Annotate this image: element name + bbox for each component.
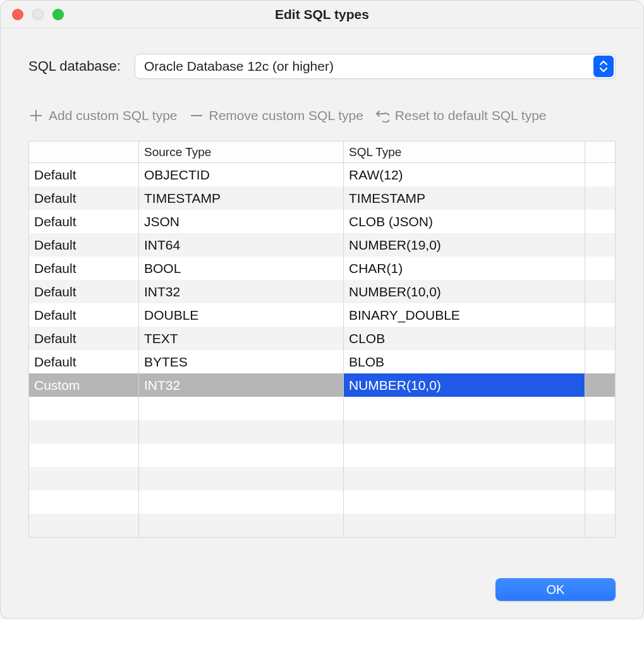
- remove-type-button[interactable]: Remove custom SQL type: [189, 108, 363, 123]
- cell-extra: [585, 257, 615, 280]
- cell-empty: [29, 397, 139, 420]
- cell-sql: RAW(12): [344, 163, 585, 186]
- cell-empty: [344, 467, 585, 490]
- reset-type-label: Reset to default SQL type: [395, 108, 547, 123]
- cell-source: OBJECTID: [139, 163, 344, 186]
- cell-empty: [29, 420, 139, 444]
- cell-source: INT32: [139, 280, 344, 303]
- cell-extra: [585, 303, 615, 327]
- reset-type-button[interactable]: Reset to default SQL type: [375, 108, 547, 123]
- cell-sql: CHAR(1): [344, 257, 585, 280]
- cell-source: BOOL: [139, 257, 344, 280]
- cell-sql: CLOB (JSON): [344, 210, 585, 233]
- table-body: DefaultOBJECTIDRAW(12)DefaultTIMESTAMPTI…: [29, 163, 615, 537]
- col-extra[interactable]: [585, 142, 615, 163]
- cell-extra: [585, 350, 615, 373]
- cell-empty: [139, 420, 344, 444]
- table-row[interactable]: DefaultINT64NUMBER(19,0): [29, 233, 615, 257]
- database-select[interactable]: Oracle Database 12c (or higher): [135, 54, 616, 79]
- cell-empty: [585, 420, 615, 444]
- cell-sql: NUMBER(10,0): [344, 373, 585, 397]
- table-row-empty[interactable]: [29, 420, 615, 444]
- table-header: Source Type SQL Type: [29, 142, 615, 163]
- cell-kind: Custom: [29, 373, 139, 397]
- table-row-empty[interactable]: [29, 444, 615, 467]
- minus-icon: [189, 108, 204, 123]
- table-row-empty[interactable]: [29, 490, 615, 514]
- cell-empty: [344, 514, 585, 537]
- database-row: SQL database: Oracle Database 12c (or hi…: [28, 54, 616, 79]
- cell-source: JSON: [139, 210, 344, 233]
- table-row[interactable]: DefaultJSONCLOB (JSON): [29, 210, 615, 233]
- cell-kind: Default: [29, 186, 139, 210]
- cell-empty: [139, 514, 344, 537]
- cell-kind: Default: [29, 257, 139, 280]
- titlebar: Edit SQL types: [1, 1, 643, 28]
- cell-empty: [585, 467, 615, 490]
- cell-empty: [29, 467, 139, 490]
- dialog-content: SQL database: Oracle Database 12c (or hi…: [1, 28, 643, 619]
- undo-icon: [375, 108, 390, 123]
- cell-source: INT64: [139, 233, 344, 257]
- database-label: SQL database:: [28, 58, 121, 75]
- cell-empty: [29, 444, 139, 467]
- types-table: Source Type SQL Type DefaultOBJECTIDRAW(…: [28, 141, 616, 538]
- table-row[interactable]: CustomINT32NUMBER(10,0): [29, 373, 615, 397]
- table-row[interactable]: DefaultBOOLCHAR(1): [29, 257, 615, 280]
- table-row[interactable]: DefaultTIMESTAMPTIMESTAMP: [29, 186, 615, 210]
- cell-kind: Default: [29, 280, 139, 303]
- table-row[interactable]: DefaultTEXTCLOB: [29, 327, 615, 350]
- remove-type-label: Remove custom SQL type: [209, 108, 363, 123]
- cell-extra: [585, 373, 615, 397]
- cell-kind: Default: [29, 350, 139, 373]
- cell-extra: [585, 233, 615, 257]
- cell-sql: NUMBER(19,0): [344, 233, 585, 257]
- cell-source: DOUBLE: [139, 303, 344, 327]
- table-row-empty[interactable]: [29, 467, 615, 490]
- cell-empty: [344, 444, 585, 467]
- cell-source: BYTES: [139, 350, 344, 373]
- cell-empty: [139, 467, 344, 490]
- cell-empty: [139, 490, 344, 514]
- cell-empty: [585, 490, 615, 514]
- table-row[interactable]: DefaultDOUBLEBINARY_DOUBLE: [29, 303, 615, 327]
- cell-source: TEXT: [139, 327, 344, 350]
- maximize-icon[interactable]: [52, 9, 64, 20]
- cell-empty: [29, 514, 139, 537]
- cell-source: INT32: [139, 373, 344, 397]
- cell-empty: [139, 397, 344, 420]
- chevron-updown-icon: [593, 56, 614, 77]
- cell-empty: [585, 397, 615, 420]
- col-sql[interactable]: SQL Type: [344, 142, 585, 163]
- table-row[interactable]: DefaultINT32NUMBER(10,0): [29, 280, 615, 303]
- col-kind[interactable]: [29, 142, 139, 163]
- table-row[interactable]: DefaultOBJECTIDRAW(12): [29, 163, 615, 186]
- minimize-icon[interactable]: [32, 9, 44, 20]
- plus-icon: [28, 108, 44, 123]
- cell-empty: [585, 444, 615, 467]
- cell-sql: CLOB: [344, 327, 585, 350]
- window-controls: [12, 1, 64, 28]
- cell-extra: [585, 210, 615, 233]
- cell-extra: [585, 186, 615, 210]
- ok-button[interactable]: OK: [495, 578, 616, 601]
- col-source[interactable]: Source Type: [139, 142, 344, 163]
- cell-empty: [29, 490, 139, 514]
- add-type-label: Add custom SQL type: [49, 108, 178, 123]
- cell-empty: [344, 490, 585, 514]
- add-type-button[interactable]: Add custom SQL type: [28, 108, 178, 123]
- table-row-empty[interactable]: [29, 397, 615, 420]
- cell-empty: [344, 420, 585, 444]
- dialog-footer: OK: [28, 578, 616, 601]
- cell-extra: [585, 327, 615, 350]
- cell-sql: BINARY_DOUBLE: [344, 303, 585, 327]
- close-icon[interactable]: [12, 9, 23, 20]
- cell-sql: NUMBER(10,0): [344, 280, 585, 303]
- cell-kind: Default: [29, 327, 139, 350]
- cell-sql: BLOB: [344, 350, 585, 373]
- cell-kind: Default: [29, 233, 139, 257]
- table-row-empty[interactable]: [29, 514, 615, 537]
- cell-extra: [585, 280, 615, 303]
- table-row[interactable]: DefaultBYTESBLOB: [29, 350, 615, 373]
- dialog-window: Edit SQL types SQL database: Oracle Data…: [0, 0, 644, 619]
